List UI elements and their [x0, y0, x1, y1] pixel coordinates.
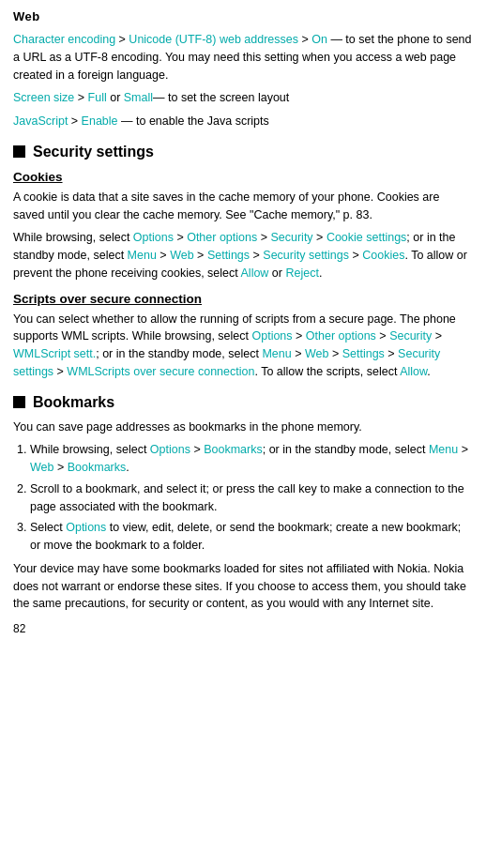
bookmarks-intro: You can save page addresses as bookmarks…	[13, 419, 473, 436]
options-link-1: Options	[133, 231, 174, 244]
bookmarks-title: Bookmarks	[33, 394, 114, 411]
menu-link-1: Menu	[128, 249, 157, 262]
cookies-p2: While browsing, select Options > Other o…	[13, 229, 473, 282]
options-link-3: Options	[150, 443, 190, 456]
enable-link: Enable	[82, 114, 118, 128]
bullet-icon-2	[13, 396, 25, 408]
char-encoding-link: Character encoding	[13, 33, 115, 46]
wmlscripts-link: WMLScripts over secure connection	[67, 365, 254, 378]
char-encoding-paragraph: Character encoding > Unicode (UTF-8) web…	[13, 31, 473, 84]
allow-link-2: Allow	[400, 365, 427, 378]
other-options-link-2: Other options	[306, 329, 376, 343]
bookmarks-link: Bookmarks	[204, 443, 263, 456]
javascript-paragraph: JavaScript > Enable — to enable the Java…	[13, 113, 473, 130]
scripts-heading: Scripts over secure connection	[13, 292, 473, 306]
cookies-link: Cookies	[362, 249, 404, 262]
allow-link-1: Allow	[241, 266, 269, 280]
wmlscript-sett-link: WMLScript sett.	[13, 347, 96, 360]
bookmarks-list: While browsing, select Options > Bookmar…	[30, 441, 473, 555]
cookie-settings-link: Cookie settings	[327, 231, 406, 244]
full-link: Full	[88, 91, 107, 104]
list-item: Select Options to view, edit, delete, or…	[30, 519, 473, 555]
security-link-2: Security	[389, 329, 432, 343]
bookmarks-section-heading: Bookmarks	[13, 394, 473, 411]
small-link: Small	[124, 91, 153, 104]
web-link-1: Web	[170, 249, 193, 262]
security-settings-section-heading: Security settings	[13, 144, 473, 160]
bookmarks-link-2: Bookmarks	[68, 461, 127, 474]
menu-link-3: Menu	[429, 443, 458, 456]
web-link-2: Web	[305, 347, 328, 360]
screen-size-link: Screen size	[13, 91, 74, 104]
cookies-p1: A cookie is data that a site saves in th…	[13, 189, 473, 224]
scripts-paragraph: You can select whether to allow the runn…	[13, 311, 473, 381]
javascript-link: JavaScript	[13, 114, 68, 128]
unicode-link: Unicode (UTF-8) web addresses	[129, 33, 298, 46]
web-link-3: Web	[30, 461, 53, 474]
reject-link: Reject	[285, 266, 318, 280]
page-header: Web	[13, 9, 473, 23]
settings-link-1: Settings	[207, 249, 250, 262]
menu-link-2: Menu	[262, 347, 291, 360]
bookmarks-footer: Your device may have some bookmarks load…	[13, 560, 473, 613]
security-settings-link-1: Security settings	[263, 249, 349, 262]
bullet-icon	[13, 145, 25, 158]
options-link-2: Options	[251, 329, 292, 343]
list-item: Scroll to a bookmark, and select it; or …	[30, 480, 473, 516]
other-options-link-1: Other options	[187, 231, 257, 244]
list-item: While browsing, select Options > Bookmar…	[30, 441, 473, 477]
settings-link-2: Settings	[342, 347, 385, 360]
options-link-4: Options	[66, 521, 106, 534]
screen-size-paragraph: Screen size > Full or Small— to set the …	[13, 89, 473, 107]
security-link-1: Security	[270, 231, 312, 244]
on-link: On	[311, 33, 327, 46]
page-number: 82	[13, 622, 473, 635]
security-settings-title: Security settings	[33, 144, 154, 160]
cookies-heading: Cookies	[13, 170, 473, 184]
